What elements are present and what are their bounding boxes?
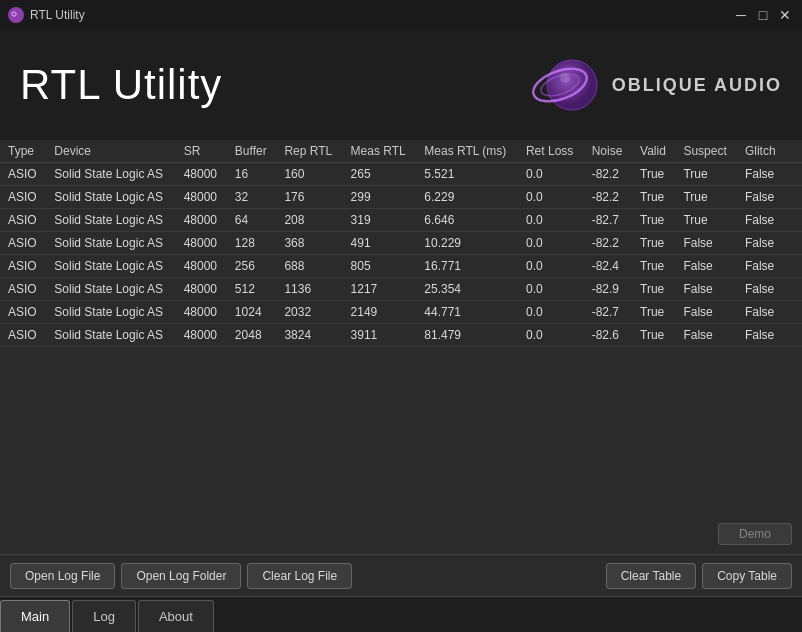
cell-1-6: 6.229 (416, 186, 518, 209)
table-row: ASIOSolid State Logic AS4800010242032214… (0, 301, 802, 324)
clear-log-file-button[interactable]: Clear Log File (247, 563, 352, 589)
cell-4-4: 688 (276, 255, 342, 278)
table-area[interactable]: TypeDeviceSRBufferRep RTLMeas RTLMeas RT… (0, 140, 802, 514)
cell-3-10: False (675, 232, 737, 255)
tab-main[interactable]: Main (0, 600, 70, 632)
main-content: TypeDeviceSRBufferRep RTLMeas RTLMeas RT… (0, 140, 802, 554)
cell-7-5: 3911 (343, 324, 417, 347)
cell-7-0: ASIO (0, 324, 46, 347)
cell-7-11: False (737, 324, 785, 347)
cell-6-8: -82.7 (584, 301, 632, 324)
title-bar: RTL Utility ─ □ ✕ (0, 0, 802, 30)
cell-4-6: 16.771 (416, 255, 518, 278)
cell-4-3: 256 (227, 255, 277, 278)
table-row: ASIOSolid State Logic AS4800025668880516… (0, 255, 802, 278)
cell-3-8: -82.2 (584, 232, 632, 255)
app-icon (8, 7, 24, 23)
logo-area: OBLIQUE AUDIO (530, 50, 782, 120)
oblique-audio-logo (530, 50, 600, 120)
cell-2-0: ASIO (0, 209, 46, 232)
cell-7-1: Solid State Logic AS (46, 324, 175, 347)
cell-6-0: ASIO (0, 301, 46, 324)
cell-2-8: -82.7 (584, 209, 632, 232)
cell-0-5: 265 (343, 163, 417, 186)
cell-4-9: True (632, 255, 675, 278)
column-header-sr: SR (176, 140, 227, 163)
cell-2-2: 48000 (176, 209, 227, 232)
cell-4-0: ASIO (0, 255, 46, 278)
app-title-light: Utility (100, 61, 222, 108)
cell-7-3: 2048 (227, 324, 277, 347)
cell-4-10: False (675, 255, 737, 278)
cell-3-4: 368 (276, 232, 342, 255)
cell-1-5: 299 (343, 186, 417, 209)
tab-log[interactable]: Log (72, 600, 136, 632)
column-header-rep-rtl: Rep RTL (276, 140, 342, 163)
cell-4-5: 805 (343, 255, 417, 278)
cell-5-7: 0.0 (518, 278, 584, 301)
cell-5-8: -82.9 (584, 278, 632, 301)
svg-point-6 (560, 73, 570, 83)
cell-2-11: False (737, 209, 785, 232)
cell-5-1: Solid State Logic AS (46, 278, 175, 301)
minimize-button[interactable]: ─ (732, 6, 750, 24)
table-row: ASIOSolid State Logic AS48000642083196.6… (0, 209, 802, 232)
column-header-device: Device (46, 140, 175, 163)
cell-1-10: True (675, 186, 737, 209)
demo-bar: Demo (0, 514, 802, 554)
cell-1-1: Solid State Logic AS (46, 186, 175, 209)
cell-3-9: True (632, 232, 675, 255)
column-header-glitch: Glitch (737, 140, 785, 163)
cell-1-0: ASIO (0, 186, 46, 209)
table-row: ASIOSolid State Logic AS4800051211361217… (0, 278, 802, 301)
close-button[interactable]: ✕ (776, 6, 794, 24)
cell-2-7: 0.0 (518, 209, 584, 232)
table-row: ASIOSolid State Logic AS4800020483824391… (0, 324, 802, 347)
cell-1-4: 176 (276, 186, 342, 209)
cell-6-9: True (632, 301, 675, 324)
cell-7-8: -82.6 (584, 324, 632, 347)
demo-badge: Demo (718, 523, 792, 545)
table-row: ASIOSolid State Logic AS48000161602655.5… (0, 163, 802, 186)
cell-7-7: 0.0 (518, 324, 584, 347)
column-header-meas-rtl--ms-: Meas RTL (ms) (416, 140, 518, 163)
copy-table-button[interactable]: Copy Table (702, 563, 792, 589)
column-header-ret-loss: Ret Loss (518, 140, 584, 163)
open-log-file-button[interactable]: Open Log File (10, 563, 115, 589)
table-body: ASIOSolid State Logic AS48000161602655.5… (0, 163, 802, 347)
cell-3-11: False (737, 232, 785, 255)
cell-5-4: 1136 (276, 278, 342, 301)
cell-2-9: True (632, 209, 675, 232)
column-header-noise: Noise (584, 140, 632, 163)
cell-3-6: 10.229 (416, 232, 518, 255)
column-header-meas-rtl: Meas RTL (343, 140, 417, 163)
cell-4-1: Solid State Logic AS (46, 255, 175, 278)
cell-6-3: 1024 (227, 301, 277, 324)
cell-6-1: Solid State Logic AS (46, 301, 175, 324)
cell-3-3: 128 (227, 232, 277, 255)
cell-5-3: 512 (227, 278, 277, 301)
maximize-button[interactable]: □ (754, 6, 772, 24)
cell-5-2: 48000 (176, 278, 227, 301)
open-log-folder-button[interactable]: Open Log Folder (121, 563, 241, 589)
cell-5-6: 25.354 (416, 278, 518, 301)
cell-6-4: 2032 (276, 301, 342, 324)
table-header: TypeDeviceSRBufferRep RTLMeas RTLMeas RT… (0, 140, 802, 163)
clear-table-button[interactable]: Clear Table (606, 563, 696, 589)
cell-5-5: 1217 (343, 278, 417, 301)
cell-1-3: 32 (227, 186, 277, 209)
cell-0-0: ASIO (0, 163, 46, 186)
cell-6-10: False (675, 301, 737, 324)
cell-2-5: 319 (343, 209, 417, 232)
tab-about[interactable]: About (138, 600, 214, 632)
column-header-valid: Valid (632, 140, 675, 163)
tab-bar: MainLogAbout (0, 596, 802, 632)
cell-0-2: 48000 (176, 163, 227, 186)
cell-3-0: ASIO (0, 232, 46, 255)
cell-7-6: 81.479 (416, 324, 518, 347)
cell-2-3: 64 (227, 209, 277, 232)
cell-2-4: 208 (276, 209, 342, 232)
app-title: RTL Utility (20, 61, 222, 109)
cell-3-5: 491 (343, 232, 417, 255)
cell-0-10: True (675, 163, 737, 186)
